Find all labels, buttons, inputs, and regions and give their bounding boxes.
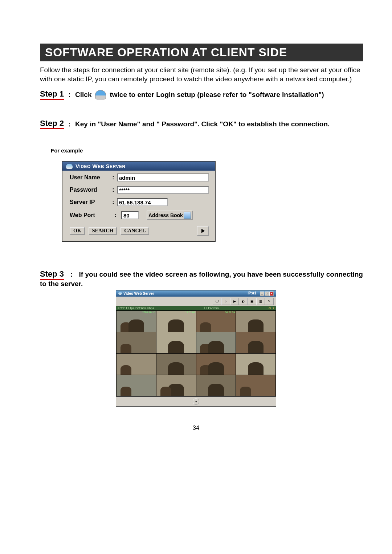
password-field[interactable]: ***** — [117, 186, 209, 194]
step-2: Step 2 ： Key in "User Name" and " Passwo… — [40, 119, 363, 129]
status-framerate: FR:2.11 fps DR:689 kbps — [118, 306, 154, 310]
tool-moon-icon[interactable]: ◐ — [239, 298, 248, 305]
video-viewer-window: Video Web Server IP:#1 _□× 🖵 ○ ▶ ◐ ▣ ▦ ✎… — [116, 290, 276, 407]
username-field[interactable]: admin — [117, 174, 209, 182]
camera-cell[interactable] — [117, 354, 156, 375]
step-1-after: twice to enter Login setup (please refer… — [110, 91, 324, 99]
minimize-icon[interactable]: _ — [260, 292, 264, 296]
step-3-text: If you could see the video screen as fol… — [40, 270, 363, 288]
step-1: Step 1 ： Click twice to enter Login setu… — [40, 89, 363, 100]
tool-grid-icon[interactable]: ▦ — [256, 298, 265, 305]
globe-icon — [66, 164, 73, 169]
viewer-title-bar: Video Web Server IP:#1 _□× — [116, 290, 276, 297]
play-button[interactable] — [197, 226, 209, 236]
step-1-colon: ： — [66, 90, 73, 99]
camera-cell[interactable] — [196, 354, 236, 375]
tool-record-icon[interactable]: ○ — [221, 298, 230, 305]
tool-monitor-icon[interactable]: 🖵 — [213, 298, 221, 305]
app-launch-icon[interactable] — [95, 90, 106, 99]
play-icon — [201, 229, 205, 233]
search-button[interactable]: SEARCH — [89, 227, 117, 235]
login-title-bar: VIDEO WEB SERVER — [62, 162, 215, 171]
maximize-icon[interactable]: □ — [265, 292, 269, 296]
step-1-before: Click — [75, 91, 91, 99]
camera-cell[interactable] — [156, 375, 196, 396]
camera-cell[interactable] — [196, 332, 236, 353]
close-icon[interactable]: × — [269, 292, 274, 296]
viewer-toolbar: 🖵 ○ ▶ ◐ ▣ ▦ ✎ — [116, 297, 276, 306]
row-password: Password : ***** — [62, 183, 215, 195]
webport-label: Web Port — [70, 212, 110, 219]
step-2-label: Step 2 — [40, 119, 64, 129]
tool-camera-icon[interactable]: ▣ — [248, 298, 256, 305]
row-username: User Name : admin — [62, 171, 215, 183]
row-serverip: Server IP : 61.66.138.74 — [62, 195, 215, 208]
tool-settings-icon[interactable]: ✎ — [265, 298, 274, 305]
viewer-ip: IP:#1 — [248, 291, 256, 295]
viewer-footer: ▾ — [116, 396, 276, 406]
chevron-down-icon[interactable]: ▾ — [193, 398, 199, 405]
login-dialog: VIDEO WEB SERVER User Name : admin Passw… — [62, 161, 216, 242]
row-webport: Web Port : 80 Address Book — [62, 208, 215, 221]
camera-grid: 2003-10-15 17:02:04 08:01:59 — [116, 310, 276, 396]
ok-button[interactable]: OK — [70, 227, 85, 235]
camera-cell[interactable] — [236, 311, 275, 332]
camera-cell[interactable]: 2003-10-15 — [117, 311, 156, 332]
camera-cell[interactable] — [156, 354, 196, 375]
tool-play-icon[interactable]: ▶ — [230, 298, 239, 305]
serverip-label: Server IP — [70, 199, 110, 205]
intro-paragraph: Follow the steps for connection at your … — [40, 66, 363, 83]
step-2-colon: ： — [66, 119, 73, 129]
step-3: Step 3 ： If you could see the video scre… — [40, 269, 363, 288]
camera-cell[interactable] — [236, 332, 275, 353]
camera-cell[interactable] — [156, 332, 196, 353]
viewer-title: Video Web Server — [123, 292, 154, 296]
camera-cell[interactable] — [117, 375, 156, 396]
address-book-button[interactable]: Address Book — [147, 211, 193, 220]
step-3-colon: ： — [68, 270, 75, 278]
camera-cell[interactable]: 17:02:04 — [156, 311, 196, 332]
page-title: SOFTWARE OPERATION AT CLIENT SIDE — [45, 46, 287, 59]
globe-icon — [118, 292, 122, 295]
camera-cell[interactable] — [236, 354, 275, 375]
camera-cell[interactable] — [196, 375, 236, 396]
address-book-label: Address Book — [148, 212, 183, 218]
address-book-icon — [184, 212, 191, 219]
timestamp: 17:02:04 — [185, 311, 195, 314]
status-right-icon: ⟳ 2 — [269, 306, 274, 310]
page-number: 34 — [29, 425, 363, 431]
status-user: HU:admin — [204, 306, 219, 310]
page-title-bar: SOFTWARE OPERATION AT CLIENT SIDE — [40, 44, 363, 61]
camera-cell[interactable] — [236, 375, 275, 396]
username-label: User Name — [70, 174, 110, 181]
login-title: VIDEO WEB SERVER — [75, 163, 126, 169]
viewer-status-bar: FR:2.11 fps DR:689 kbps HU:admin ⟳ 2 — [116, 306, 276, 310]
window-buttons: _□× — [260, 291, 274, 295]
step-1-label: Step 1 — [40, 89, 64, 100]
camera-cell[interactable]: 08:01:59 — [196, 311, 236, 332]
for-example-label: For example — [51, 147, 363, 154]
webport-field[interactable]: 80 — [121, 211, 139, 219]
step-3-label: Step 3 — [40, 269, 64, 280]
button-row: OK SEARCH CANCEL — [62, 221, 215, 241]
password-label: Password — [70, 187, 110, 193]
step-2-text: Key in "User Name" and " Password". Clic… — [75, 120, 330, 128]
timestamp: 08:01:59 — [225, 311, 235, 314]
serverip-field[interactable]: 61.66.138.74 — [117, 198, 168, 206]
cancel-button[interactable]: CANCEL — [121, 227, 149, 235]
camera-cell[interactable] — [117, 332, 156, 353]
timestamp: 2003-10-15 — [142, 311, 155, 314]
